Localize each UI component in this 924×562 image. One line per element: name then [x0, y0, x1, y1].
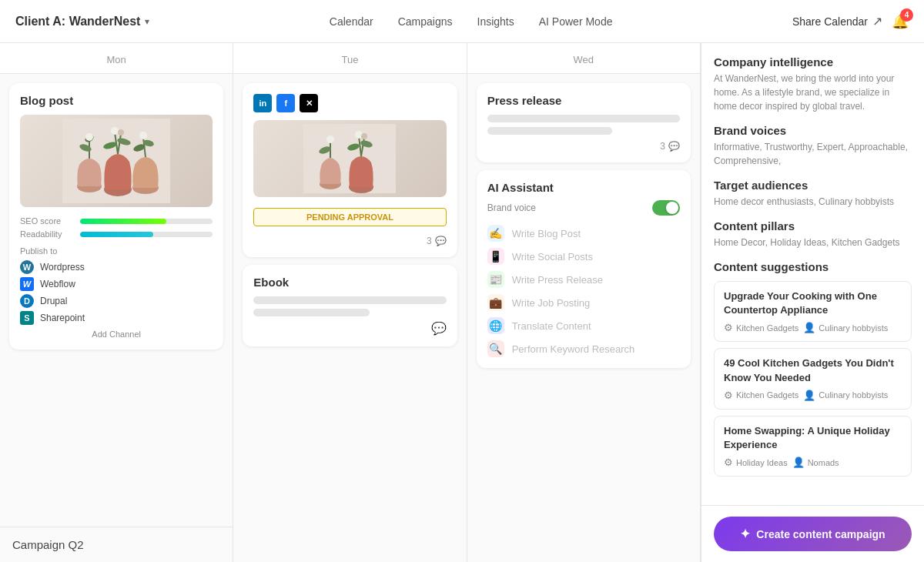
social-post-card[interactable]: in f ✕: [243, 83, 457, 257]
monday-column: Mon Blog post: [0, 43, 233, 562]
brand-voices-title: Brand voices: [714, 124, 912, 137]
svg-point-17: [139, 132, 147, 139]
readability-row: Readability: [20, 229, 213, 239]
share-icon: ↗︎: [872, 14, 882, 28]
suggestion-tags-2: ⚙ Holiday Ideas 👤 Nomads: [724, 457, 902, 468]
add-channel-button[interactable]: Add Channel: [20, 330, 213, 339]
notifications-button[interactable]: 🔔 4: [892, 13, 909, 30]
tuesday-column: Tue in f ✕: [233, 43, 467, 562]
tag-icon-culinary-2: 👤: [803, 390, 815, 401]
blog-post-title: Blog post: [20, 94, 213, 107]
brand-voice-label: Brand voice: [487, 202, 536, 213]
calendar-view: Mon Blog post: [0, 43, 701, 562]
webflow-icon: W: [20, 277, 34, 291]
post-image-placeholder: [20, 115, 213, 207]
facebook-icon: f: [276, 94, 295, 112]
suggestion-tags-1: ⚙ Kitchen Gadgets 👤 Culinary hobbyists: [724, 390, 902, 401]
create-campaign-section: ✦ Create content campaign: [701, 505, 924, 562]
main-nav: Calendar Campaigns Insights AI Power Mod…: [330, 15, 613, 28]
pr-comment-icon: 💬: [668, 141, 680, 152]
wednesday-content: Press release 3 💬 AI Assistant Brand voi…: [467, 74, 700, 562]
notification-badge: 4: [900, 8, 913, 22]
brand-voice-row: Brand voice: [487, 200, 680, 216]
nav-campaigns[interactable]: Campaigns: [398, 15, 453, 28]
seo-score-row: SEO score: [20, 216, 213, 226]
brand-voices-section: Brand voices Informative, Trustworthy, E…: [714, 124, 912, 168]
main-content: Mon Blog post: [0, 43, 924, 562]
keyword-research-icon: 🔍: [487, 340, 504, 357]
monday-header: Mon: [0, 43, 233, 74]
client-name[interactable]: Client A: WanderNest: [15, 15, 140, 28]
ai-write-social-posts[interactable]: 📱 Write Social Posts: [487, 248, 680, 265]
create-content-campaign-button[interactable]: ✦ Create content campaign: [714, 517, 912, 551]
write-press-release-label: Write Press Release: [512, 274, 603, 286]
x-icon: ✕: [300, 94, 318, 112]
suggestion-card-2[interactable]: Home Swapping: A Unique Holiday Experien…: [714, 416, 912, 477]
svg-point-11: [111, 127, 119, 135]
nav-ai-power-mode[interactable]: AI Power Mode: [539, 15, 613, 28]
brand-voice-toggle[interactable]: [652, 200, 680, 216]
channel-drupal[interactable]: D Drupal: [20, 294, 213, 308]
tuesday-content: in f ✕: [233, 74, 466, 562]
ebook-line-1: [253, 296, 446, 304]
channel-wordpress[interactable]: W Wordpress: [20, 260, 213, 274]
ai-write-blog-post[interactable]: ✍ Write Blog Post: [487, 225, 680, 242]
nav-insights[interactable]: Insights: [477, 15, 514, 28]
ai-translate-content[interactable]: 🌐 Translate Content: [487, 317, 680, 334]
ai-write-press-release[interactable]: 📰 Write Press Release: [487, 271, 680, 288]
target-audiences-section: Target audiences Home decor enthusiasts,…: [714, 179, 912, 209]
write-social-posts-label: Write Social Posts: [512, 251, 593, 263]
pr-line-2: [487, 127, 613, 135]
sidebar: Company intelligence At WanderNest, we b…: [701, 43, 924, 562]
channel-sharepoint[interactable]: S Sharepoint: [20, 311, 213, 325]
scores-section: SEO score Readability: [20, 216, 213, 239]
seo-score-bar: [80, 219, 166, 224]
campaign-label: Campaign Q2: [0, 527, 233, 562]
ai-assistant-header: AI Assistant: [487, 181, 680, 194]
sharepoint-label: Sharepoint: [40, 313, 85, 323]
ai-assistant-title: AI Assistant: [487, 181, 554, 194]
ai-write-job-posting[interactable]: 💼 Write Job Posting: [487, 294, 680, 311]
suggestion-tag-kitchen: ⚙ Kitchen Gadgets: [724, 322, 798, 333]
write-blog-post-label: Write Blog Post: [512, 228, 581, 239]
header-right: Share Calendar ↗︎ 🔔 4: [792, 13, 909, 30]
pr-comment-row: 3 💬: [487, 141, 680, 152]
press-release-title: Press release: [487, 94, 680, 107]
translate-content-label: Translate Content: [512, 320, 591, 332]
sparkle-icon: ✦: [740, 527, 750, 541]
sharepoint-icon: S: [20, 311, 34, 325]
suggestion-tags-0: ⚙ Kitchen Gadgets 👤 Culinary hobbyists: [724, 322, 902, 333]
share-calendar-label: Share Calendar: [792, 15, 868, 28]
webflow-label: Webflow: [40, 279, 75, 289]
social-vase-illustration: [303, 124, 396, 193]
company-intelligence-text: At WanderNest, we bring the world into y…: [714, 72, 912, 113]
comment-row: 3 💬: [253, 236, 446, 246]
nav-calendar[interactable]: Calendar: [330, 15, 373, 28]
tag-icon-kitchen: ⚙: [724, 322, 733, 333]
suggestion-tag-culinary-2: 👤 Culinary hobbyists: [803, 390, 888, 401]
blog-post-image: [20, 115, 213, 207]
publish-label: Publish to: [20, 246, 213, 256]
blog-post-card[interactable]: Blog post: [9, 83, 223, 350]
share-calendar-button[interactable]: Share Calendar ↗︎: [792, 14, 882, 28]
suggestion-card-1[interactable]: 49 Cool Kitchen Gadgets You Didn't Know …: [714, 348, 912, 409]
linkedin-icon: in: [253, 94, 272, 112]
ebook-comment-icon[interactable]: 💬: [253, 321, 446, 336]
tag-icon-holiday: ⚙: [724, 457, 733, 468]
svg-point-22: [326, 135, 334, 143]
suggestion-card-0[interactable]: Upgrade Your Cooking with One Countertop…: [714, 281, 912, 342]
write-job-posting-label: Write Job Posting: [512, 297, 591, 309]
channel-webflow[interactable]: W Webflow: [20, 277, 213, 291]
suggestion-title-1: 49 Cool Kitchen Gadgets You Didn't Know …: [724, 356, 902, 384]
comment-icon: 💬: [435, 236, 447, 246]
ai-keyword-research[interactable]: 🔍 Perform Keyword Research: [487, 340, 680, 357]
ai-actions: ✍ Write Blog Post 📱 Write Social Posts 📰…: [487, 225, 680, 357]
press-release-card[interactable]: Press release 3 💬: [477, 83, 691, 162]
vase-illustration: [62, 119, 170, 203]
company-intelligence-section: Company intelligence At WanderNest, we b…: [714, 55, 912, 113]
ebook-card[interactable]: Ebook 💬: [243, 265, 457, 346]
target-audiences-title: Target audiences: [714, 179, 912, 192]
social-icons: in f ✕: [253, 94, 446, 112]
chevron-down-icon[interactable]: ▾: [145, 16, 149, 27]
header: Client A: WanderNest ▾ Calendar Campaign…: [0, 0, 924, 43]
